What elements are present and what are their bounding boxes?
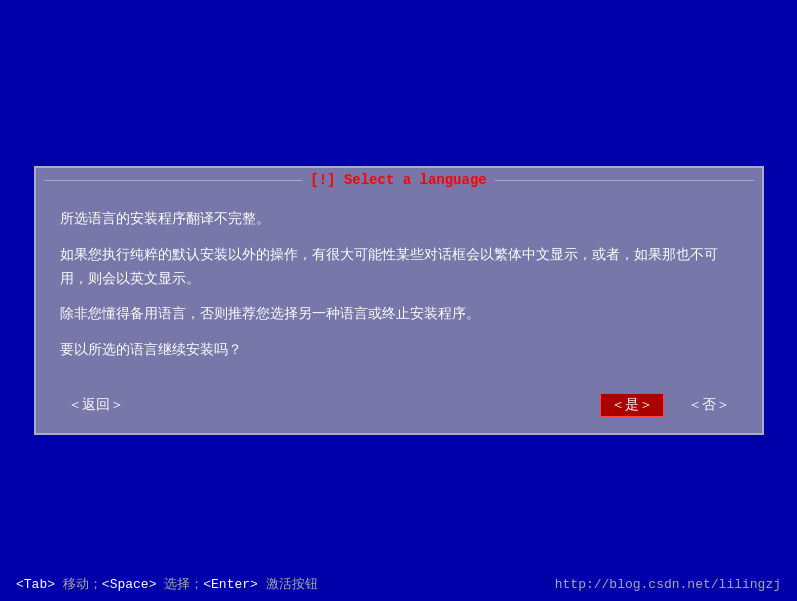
- content-line4: 要以所选的语言继续安装吗？: [60, 339, 738, 363]
- main-container: [!] Select a language 所选语言的安装程序翻译不完整。 如果…: [0, 0, 797, 601]
- content-line1: 所选语言的安装程序翻译不完整。: [60, 208, 738, 232]
- dialog-content: 所选语言的安装程序翻译不完整。 如果您执行纯粹的默认安装以外的操作，有很大可能性…: [36, 192, 762, 379]
- button-row: ＜返回＞ ＜是＞ ＜否＞: [36, 379, 762, 433]
- dialog-box: [!] Select a language 所选语言的安装程序翻译不完整。 如果…: [34, 166, 764, 435]
- back-button[interactable]: ＜返回＞: [60, 394, 132, 416]
- no-button[interactable]: ＜否＞: [680, 394, 738, 416]
- content-line3: 除非您懂得备用语言，否则推荐您选择另一种语言或终止安装程序。: [60, 303, 738, 327]
- bottom-bar: <Tab> 移动；<Space> 选择；<Enter> 激活按钮 http://…: [0, 567, 797, 601]
- dialog-title-bar: [!] Select a language: [36, 168, 762, 192]
- keyboard-hint: <Tab> 移动；<Space> 选择；<Enter> 激活按钮: [16, 575, 318, 593]
- url-label: http://blog.csdn.net/lilingzj: [555, 577, 781, 592]
- yes-button[interactable]: ＜是＞: [600, 393, 664, 417]
- dialog-title: [!] Select a language: [310, 172, 486, 188]
- content-line2: 如果您执行纯粹的默认安装以外的操作，有很大可能性某些对话框会以繁体中文显示，或者…: [60, 244, 738, 292]
